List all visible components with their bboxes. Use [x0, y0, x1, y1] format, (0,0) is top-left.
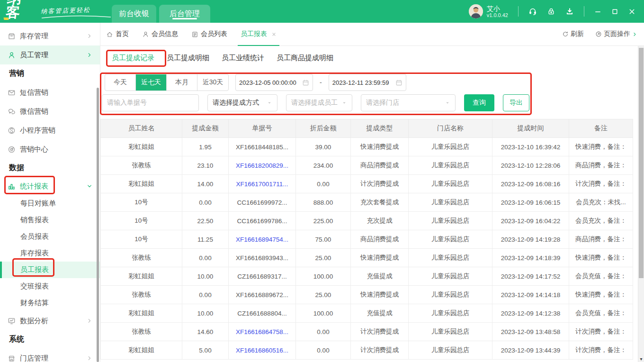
order-no-cell: CZ1661688804...: [229, 304, 296, 323]
order-no-cell: XF16616894754...: [229, 230, 296, 249]
subtab-commission-details[interactable]: 员工提成明细: [167, 54, 209, 63]
tagline-swoosh: [41, 15, 112, 19]
customer-service-icon[interactable]: [528, 7, 537, 16]
page-tab-home[interactable]: 首页: [106, 23, 129, 45]
page-ops-button[interactable]: 页面操作: [595, 30, 637, 38]
scroll-down-arrow[interactable]: ▾: [638, 356, 644, 362]
commission-table: 员工姓名提成金额单据号折后金额提成类型门店名称提成时间备注 彩虹姐姐1.95XF…: [100, 119, 633, 360]
topnav-tab-front-cashier[interactable]: 前台收银: [112, 5, 156, 23]
refresh-button[interactable]: 刷新: [562, 30, 584, 38]
range-button-last-7-days[interactable]: 近七天: [136, 74, 167, 90]
order-number-link[interactable]: XF16616864758...: [236, 328, 288, 335]
page-tab-label: 会员信息: [152, 30, 178, 38]
sidebar-item-miniapp-marketing[interactable]: 小程序营销: [0, 121, 100, 140]
sidebar-item-inventory-report[interactable]: 库存报表: [0, 245, 100, 262]
commission-time-cell: 2023-12-10 16:39:42: [492, 138, 569, 156]
sidebar-item-inventory-management[interactable]: 库存管理: [0, 27, 100, 45]
query-button[interactable]: 查询: [464, 94, 494, 111]
order-number-link[interactable]: XF16618200829...: [236, 162, 288, 169]
divider: [584, 6, 584, 17]
order-number-link[interactable]: XF16616860516...: [236, 347, 288, 354]
remark-cell: 会员充值，备注：: [569, 304, 633, 323]
commission-mode-select[interactable]: 请选择提成方式: [207, 94, 277, 111]
sidebar-item-label: 销售报表: [20, 216, 49, 225]
chart-icon: [8, 182, 16, 190]
commission-time-cell: 2023-12-09 16:06:15: [492, 193, 569, 212]
employee-icon: [8, 51, 16, 59]
commission-amount-cell: 22.50: [182, 212, 229, 230]
sidebar-item-employee-report[interactable]: 员工报表: [0, 262, 100, 278]
sidebar-item-financial-settlement[interactable]: 财务结算: [0, 295, 100, 311]
remark-cell: 会员充次：未找...: [569, 193, 633, 212]
store-select[interactable]: 请选择门店: [361, 94, 456, 111]
sidebar-item-label: 库存报表: [20, 249, 49, 258]
sidebar-item-employee-management[interactable]: 员工管理: [0, 45, 100, 64]
date-end-input[interactable]: 2023-12-11 23:59:59: [329, 74, 406, 91]
store-name-cell: 儿童乐园总店: [409, 304, 492, 323]
date-start-input[interactable]: 2023-12-05 00:00:00: [235, 74, 313, 91]
sidebar-item-wechat-marketing[interactable]: 微信营销: [0, 102, 100, 121]
sidebar-item-statistics-reports[interactable]: 统计报表: [0, 177, 100, 195]
table-row: 彩虹姐姐10.00CZ1661688804...100.00充值提成儿童乐园总店…: [101, 304, 633, 323]
range-button-last-30-days[interactable]: 近30天: [197, 74, 228, 90]
download-icon[interactable]: [565, 7, 574, 16]
commission-employee-select[interactable]: 请选择提成员工: [286, 94, 352, 111]
minimize-button[interactable]: [594, 8, 601, 15]
sidebar-item-marketing-center[interactable]: 营销中心: [0, 140, 100, 159]
avatar: [469, 4, 483, 18]
page-tab-employee-report[interactable]: 员工报表: [241, 23, 277, 45]
employee-name-cell: 张教练: [101, 249, 182, 267]
sidebar-item-sms-marketing[interactable]: 短信营销: [0, 83, 100, 102]
sidebar-scrollbar[interactable]: [97, 88, 99, 362]
store-name-cell: 儿童乐园总店: [409, 249, 492, 267]
commission-amount-cell: 11.25: [182, 230, 229, 249]
content-scrollbar[interactable]: ▾: [638, 46, 644, 362]
store-name-cell: 儿童乐园总店: [409, 230, 492, 249]
maximize-button[interactable]: [611, 8, 618, 15]
order-no-cell: XF16618448185...: [229, 138, 296, 156]
column-header: 员工姓名: [101, 119, 182, 138]
sidebar-item-data-analysis[interactable]: 数据分析: [0, 311, 100, 330]
page-tab-member-info[interactable]: 会员信息: [142, 23, 178, 45]
subtab-commission-records[interactable]: 员工提成记录: [112, 54, 154, 63]
commission-amount-cell: 0.00: [182, 286, 229, 304]
store-name-cell: 儿童乐园总店: [409, 286, 492, 304]
member-icon: [142, 31, 149, 38]
discounted-amount-cell: 39.00: [296, 138, 351, 156]
close-tab-icon: [271, 32, 277, 37]
chevron-right-icon: [87, 52, 92, 58]
column-header: 门店名称: [409, 119, 492, 138]
sidebar-item-shift-report[interactable]: 交班报表: [0, 278, 100, 295]
page-tab-member-list[interactable]: 会员列表: [191, 23, 227, 45]
topnav-tab-backend-admin[interactable]: 后台管理: [159, 5, 210, 23]
sidebar-item-daily-reconciliation[interactable]: 每日对账单: [0, 195, 100, 212]
subtab-performance-stats[interactable]: 员工业绩统计: [222, 54, 264, 63]
order-number-text: XF16616889672...: [236, 291, 288, 299]
scrollbar-thumb[interactable]: [639, 48, 644, 278]
sidebar-item-label: 数据分析: [20, 317, 48, 326]
order-number-link[interactable]: XF16617001711...: [236, 181, 288, 188]
discounted-amount-cell: 0.00: [296, 323, 351, 341]
filter-row-dates: 今天近七天本月近30天 2023-12-05 00:00:00 - 2023-1…: [105, 74, 644, 91]
order-number-text: CZ1661689317...: [237, 273, 286, 280]
close-button[interactable]: [628, 8, 635, 15]
order-number-link[interactable]: XF16616894754...: [236, 236, 288, 243]
sidebar-item-store-management[interactable]: 门店管理: [0, 349, 100, 362]
range-button-today[interactable]: 今天: [105, 74, 136, 90]
employee-name-cell: 彩虹姐姐: [101, 175, 182, 193]
sidebar-item-sales-report[interactable]: 销售报表: [0, 212, 100, 228]
export-button[interactable]: 导出: [503, 94, 529, 111]
target-icon: [8, 145, 16, 154]
column-header: 备注: [569, 119, 633, 138]
remark-cell: 计次消费，备注：: [569, 175, 633, 193]
discounted-amount-cell: 0.00: [296, 341, 351, 360]
order-no-input[interactable]: 请输入单据号: [102, 94, 199, 111]
card-icon: [191, 31, 198, 38]
sidebar-item-member-report[interactable]: 会员报表: [0, 228, 100, 245]
home-icon: [106, 31, 113, 38]
commission-type-cell: 充次套餐提成: [351, 193, 409, 212]
lock-icon[interactable]: [547, 7, 555, 16]
range-button-this-month[interactable]: 本月: [167, 74, 197, 90]
subtab-product-commission-details[interactable]: 员工商品提成明细: [277, 54, 333, 63]
user-account[interactable]: 艾小 v1.0.0.42: [469, 4, 508, 18]
